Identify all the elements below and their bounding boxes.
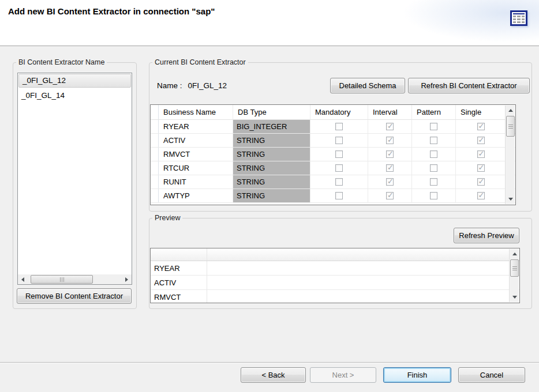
pattern-checkbox[interactable] [430,164,437,172]
name-value: 0FI_GL_12 [188,81,227,90]
scroll-down-icon[interactable] [510,292,519,302]
preview-table-header [151,248,519,261]
preview-group-label: Preview [152,214,182,222]
interval-checkbox [386,123,394,130]
table-grid-icon-inner [512,12,526,24]
column-header-mandatory[interactable]: Mandatory [310,105,368,119]
row-selector-column-header [151,105,159,119]
back-button[interactable]: < Back [241,367,306,383]
interval-checkbox [386,178,394,186]
table-row[interactable]: ACTIV [151,276,519,290]
table-row[interactable]: RYEAR BIG_INTEGER [151,120,515,134]
interval-checkbox [386,150,394,158]
table-row[interactable]: AWTYP STRING [151,189,515,203]
preview-row-label: RMVCT [151,290,207,303]
vertical-scrollbar-thumb[interactable] [506,116,515,137]
name-list-horizontal-scrollbar[interactable] [18,274,132,284]
mandatory-checkbox[interactable] [335,178,343,186]
table-grid-icon [510,10,527,26]
refresh-preview-button[interactable]: Refresh Preview [454,228,519,243]
business-name-cell: RUNIT [159,175,233,189]
preview-row-label: ACTIV [151,276,207,289]
scroll-down-icon[interactable] [506,194,515,204]
column-header-business-name[interactable]: Business Name [159,105,233,119]
business-name-cell: AWTYP [159,189,233,202]
table-row[interactable]: RTCUR STRING [151,161,515,175]
wizard-banner: Add new BI Content Extractor in connecti… [0,0,539,46]
finish-button[interactable]: Finish [383,367,451,383]
db-type-cell[interactable]: STRING [233,175,310,189]
column-header-db-type[interactable]: DB Type [233,105,310,119]
footer-separator [0,362,539,363]
scroll-right-icon[interactable] [122,274,132,284]
column-header-interval[interactable]: Interval [368,105,412,119]
pattern-checkbox[interactable] [430,137,437,144]
extractor-name-row: Name :0FI_GL_12 [157,81,227,90]
interval-checkbox [386,137,394,144]
interval-checkbox [386,164,394,172]
single-checkbox [477,164,485,172]
scroll-up-icon[interactable] [510,249,519,259]
schema-table: Business Name DB Type Mandatory Interval… [150,104,516,205]
business-name-cell: ACTIV [159,134,233,147]
schema-table-header: Business Name DB Type Mandatory Interval… [151,105,515,120]
extractor-name-list[interactable]: _0FI_GL_12 _0FI_GL_14 [17,73,132,285]
name-label: Name : [157,81,182,90]
single-checkbox [477,192,485,199]
preview-table: RYEAR ACTIV RMVCT [150,248,520,303]
vertical-scrollbar-thumb[interactable] [510,259,519,277]
horizontal-scrollbar-thumb[interactable] [31,275,93,284]
extractor-name-group-label: BI Content Extractor Name [16,58,107,66]
business-name-cell: RTCUR [159,161,233,175]
interval-checkbox [386,192,394,199]
remove-bi-content-extractor-button[interactable]: Remove BI Content Extractor [17,288,132,304]
pattern-checkbox[interactable] [430,178,437,186]
current-extractor-group-label: Current BI Content Extractor [152,58,248,66]
pattern-checkbox[interactable] [430,192,437,199]
preview-row-label: RYEAR [151,261,207,275]
mandatory-checkbox[interactable] [335,192,343,199]
single-checkbox [477,123,485,130]
column-header-pattern[interactable]: Pattern [412,105,456,119]
preview-vertical-scrollbar[interactable] [509,249,519,302]
preview-row-value [207,276,519,289]
preview-header-cell [151,248,207,261]
scroll-left-icon[interactable] [18,274,28,284]
page-title: Add new BI Content Extractor in connecti… [8,6,215,16]
preview-row-value [207,290,519,303]
db-type-cell[interactable]: STRING [233,161,310,175]
mandatory-checkbox[interactable] [335,137,343,144]
mandatory-checkbox[interactable] [335,164,343,172]
detailed-schema-button[interactable]: Detailed Schema [330,78,405,93]
refresh-bi-content-extractor-button[interactable]: Refresh BI Content Extractor [408,78,530,93]
schema-table-vertical-scrollbar[interactable] [505,105,515,204]
business-name-cell: RMVCT [159,148,233,161]
single-checkbox [477,150,485,158]
db-type-cell[interactable]: STRING [233,148,310,161]
cancel-button[interactable]: Cancel [458,367,525,383]
list-item-0fi-gl-14[interactable]: _0FI_GL_14 [18,88,132,103]
column-header-single[interactable]: Single [456,105,506,119]
db-type-cell[interactable]: BIG_INTEGER [233,120,310,133]
add-bi-content-extractor-dialog: Add new BI Content Extractor in connecti… [0,0,539,392]
table-row[interactable]: RMVCT [151,290,519,303]
preview-row-value [207,261,519,275]
pattern-checkbox[interactable] [430,123,437,130]
business-name-cell: RYEAR [159,120,233,133]
mandatory-checkbox[interactable] [335,123,343,130]
list-item-0fi-gl-12[interactable]: _0FI_GL_12 [18,74,131,88]
single-checkbox [477,178,485,186]
pattern-checkbox[interactable] [430,150,437,158]
scroll-up-icon[interactable] [506,105,515,115]
db-type-cell[interactable]: STRING [233,134,310,147]
mandatory-checkbox[interactable] [335,150,343,158]
db-type-cell[interactable]: STRING [233,189,310,202]
next-button: Next > [310,367,376,383]
table-row[interactable]: ACTIV STRING [151,134,515,148]
table-row[interactable]: RUNIT STRING [151,175,515,189]
table-row[interactable]: RMVCT STRING [151,148,515,161]
single-checkbox [477,137,485,144]
table-row[interactable]: RYEAR [151,261,519,276]
